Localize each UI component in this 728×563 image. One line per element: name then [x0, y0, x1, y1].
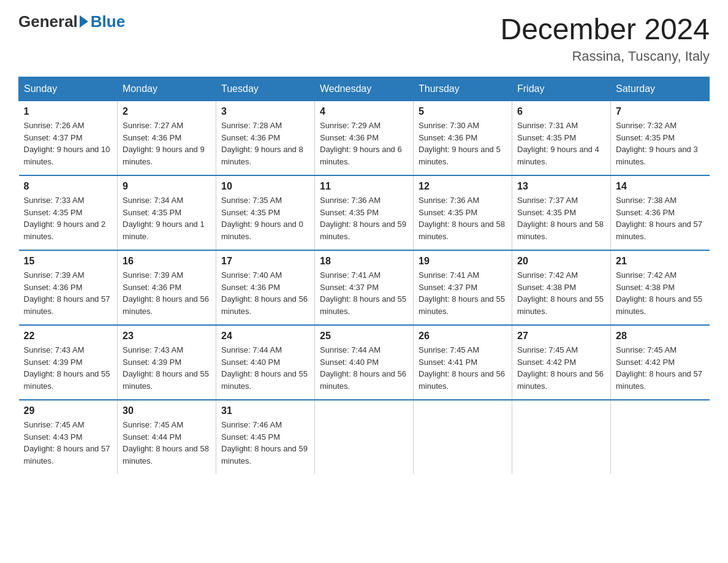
day-info: Sunrise: 7:36 AMSunset: 4:35 PMDaylight:… — [419, 194, 507, 242]
calendar-cell: 11Sunrise: 7:36 AMSunset: 4:35 PMDayligh… — [315, 175, 414, 250]
calendar-cell — [414, 400, 512, 474]
day-info: Sunrise: 7:27 AMSunset: 4:36 PMDaylight:… — [123, 120, 211, 167]
day-info: Sunrise: 7:43 AMSunset: 4:39 PMDaylight:… — [123, 344, 211, 392]
calendar-cell: 30Sunrise: 7:45 AMSunset: 4:44 PMDayligh… — [118, 400, 216, 474]
calendar-cell: 5Sunrise: 7:30 AMSunset: 4:36 PMDaylight… — [414, 101, 512, 176]
day-number: 7 — [616, 106, 705, 117]
calendar-cell: 4Sunrise: 7:29 AMSunset: 4:36 PMDaylight… — [315, 101, 414, 176]
day-number: 15 — [24, 256, 113, 267]
calendar-week-row: 15Sunrise: 7:39 AMSunset: 4:36 PMDayligh… — [19, 250, 710, 325]
day-number: 8 — [24, 181, 113, 192]
calendar-week-row: 29Sunrise: 7:45 AMSunset: 4:43 PMDayligh… — [19, 400, 710, 474]
calendar-header-row: SundayMondayTuesdayWednesdayThursdayFrid… — [19, 77, 710, 101]
day-info: Sunrise: 7:43 AMSunset: 4:39 PMDaylight:… — [24, 344, 113, 392]
day-number: 3 — [221, 106, 309, 117]
calendar-cell — [315, 400, 414, 474]
day-info: Sunrise: 7:39 AMSunset: 4:36 PMDaylight:… — [123, 269, 211, 317]
day-info: Sunrise: 7:45 AMSunset: 4:41 PMDaylight:… — [419, 344, 507, 392]
day-info: Sunrise: 7:45 AMSunset: 4:42 PMDaylight:… — [616, 344, 705, 392]
day-info: Sunrise: 7:38 AMSunset: 4:36 PMDaylight:… — [616, 194, 705, 242]
calendar-table: SundayMondayTuesdayWednesdayThursdayFrid… — [18, 77, 710, 474]
calendar-cell: 21Sunrise: 7:42 AMSunset: 4:38 PMDayligh… — [611, 250, 710, 325]
logo-general-text: General — [18, 12, 78, 31]
day-number: 30 — [123, 405, 211, 416]
day-number: 24 — [221, 331, 309, 342]
calendar-cell: 18Sunrise: 7:41 AMSunset: 4:37 PMDayligh… — [315, 250, 414, 325]
logo-arrow-icon — [80, 15, 88, 28]
header-wednesday: Wednesday — [315, 77, 414, 101]
day-info: Sunrise: 7:44 AMSunset: 4:40 PMDaylight:… — [221, 344, 309, 392]
header-friday: Friday — [512, 77, 611, 101]
calendar-cell: 8Sunrise: 7:33 AMSunset: 4:35 PMDaylight… — [19, 175, 118, 250]
calendar-cell: 27Sunrise: 7:45 AMSunset: 4:42 PMDayligh… — [512, 325, 611, 400]
calendar-cell: 12Sunrise: 7:36 AMSunset: 4:35 PMDayligh… — [414, 175, 512, 250]
calendar-cell: 24Sunrise: 7:44 AMSunset: 4:40 PMDayligh… — [216, 325, 315, 400]
day-info: Sunrise: 7:31 AMSunset: 4:35 PMDaylight:… — [517, 120, 605, 167]
calendar-cell: 1Sunrise: 7:26 AMSunset: 4:37 PMDaylight… — [19, 101, 118, 176]
day-number: 20 — [517, 256, 605, 267]
day-info: Sunrise: 7:34 AMSunset: 4:35 PMDaylight:… — [123, 194, 211, 242]
calendar-cell: 28Sunrise: 7:45 AMSunset: 4:42 PMDayligh… — [611, 325, 710, 400]
day-number: 23 — [123, 331, 211, 342]
day-number: 29 — [24, 405, 113, 416]
day-number: 18 — [320, 256, 408, 267]
day-number: 22 — [24, 331, 113, 342]
day-info: Sunrise: 7:30 AMSunset: 4:36 PMDaylight:… — [419, 120, 507, 167]
title-section: December 2024 Rassina, Tuscany, Italy — [500, 12, 710, 64]
day-number: 14 — [616, 181, 705, 192]
calendar-cell: 26Sunrise: 7:45 AMSunset: 4:41 PMDayligh… — [414, 325, 512, 400]
calendar-cell: 17Sunrise: 7:40 AMSunset: 4:36 PMDayligh… — [216, 250, 315, 325]
header-saturday: Saturday — [611, 77, 710, 101]
day-number: 12 — [419, 181, 507, 192]
day-number: 4 — [320, 106, 408, 117]
day-info: Sunrise: 7:41 AMSunset: 4:37 PMDaylight:… — [419, 269, 507, 317]
day-info: Sunrise: 7:33 AMSunset: 4:35 PMDaylight:… — [24, 194, 113, 242]
calendar-cell: 19Sunrise: 7:41 AMSunset: 4:37 PMDayligh… — [414, 250, 512, 325]
day-info: Sunrise: 7:26 AMSunset: 4:37 PMDaylight:… — [24, 120, 113, 167]
day-info: Sunrise: 7:44 AMSunset: 4:40 PMDaylight:… — [320, 344, 408, 392]
location-title: Rassina, Tuscany, Italy — [500, 48, 710, 64]
day-info: Sunrise: 7:32 AMSunset: 4:35 PMDaylight:… — [616, 120, 705, 167]
calendar-cell: 6Sunrise: 7:31 AMSunset: 4:35 PMDaylight… — [512, 101, 611, 176]
calendar-cell: 13Sunrise: 7:37 AMSunset: 4:35 PMDayligh… — [512, 175, 611, 250]
day-number: 1 — [24, 106, 113, 117]
day-info: Sunrise: 7:35 AMSunset: 4:35 PMDaylight:… — [221, 194, 309, 242]
day-number: 27 — [517, 331, 605, 342]
day-number: 2 — [123, 106, 211, 117]
day-number: 17 — [221, 256, 309, 267]
calendar-week-row: 1Sunrise: 7:26 AMSunset: 4:37 PMDaylight… — [19, 101, 710, 176]
day-number: 6 — [517, 106, 605, 117]
page-header: General Blue December 2024 Rassina, Tusc… — [18, 12, 710, 64]
day-info: Sunrise: 7:42 AMSunset: 4:38 PMDaylight:… — [517, 269, 605, 317]
calendar-week-row: 8Sunrise: 7:33 AMSunset: 4:35 PMDaylight… — [19, 175, 710, 250]
calendar-cell: 29Sunrise: 7:45 AMSunset: 4:43 PMDayligh… — [19, 400, 118, 474]
day-info: Sunrise: 7:42 AMSunset: 4:38 PMDaylight:… — [616, 269, 705, 317]
day-number: 28 — [616, 331, 705, 342]
day-number: 26 — [419, 331, 507, 342]
day-number: 9 — [123, 181, 211, 192]
day-info: Sunrise: 7:39 AMSunset: 4:36 PMDaylight:… — [24, 269, 113, 317]
calendar-cell: 23Sunrise: 7:43 AMSunset: 4:39 PMDayligh… — [118, 325, 216, 400]
calendar-cell: 7Sunrise: 7:32 AMSunset: 4:35 PMDaylight… — [611, 101, 710, 176]
header-tuesday: Tuesday — [216, 77, 315, 101]
day-number: 13 — [517, 181, 605, 192]
calendar-cell — [611, 400, 710, 474]
day-info: Sunrise: 7:46 AMSunset: 4:45 PMDaylight:… — [221, 419, 309, 467]
day-number: 21 — [616, 256, 705, 267]
calendar-cell: 15Sunrise: 7:39 AMSunset: 4:36 PMDayligh… — [19, 250, 118, 325]
header-monday: Monday — [118, 77, 216, 101]
month-title: December 2024 — [500, 12, 710, 46]
logo-blue-text: Blue — [91, 12, 125, 31]
calendar-week-row: 22Sunrise: 7:43 AMSunset: 4:39 PMDayligh… — [19, 325, 710, 400]
day-number: 31 — [221, 405, 309, 416]
day-info: Sunrise: 7:37 AMSunset: 4:35 PMDaylight:… — [517, 194, 605, 242]
day-number: 16 — [123, 256, 211, 267]
day-info: Sunrise: 7:45 AMSunset: 4:42 PMDaylight:… — [517, 344, 605, 392]
day-number: 11 — [320, 181, 408, 192]
day-info: Sunrise: 7:41 AMSunset: 4:37 PMDaylight:… — [320, 269, 408, 317]
day-info: Sunrise: 7:45 AMSunset: 4:44 PMDaylight:… — [123, 419, 211, 467]
calendar-cell — [512, 400, 611, 474]
day-number: 19 — [419, 256, 507, 267]
calendar-cell: 25Sunrise: 7:44 AMSunset: 4:40 PMDayligh… — [315, 325, 414, 400]
calendar-cell: 31Sunrise: 7:46 AMSunset: 4:45 PMDayligh… — [216, 400, 315, 474]
